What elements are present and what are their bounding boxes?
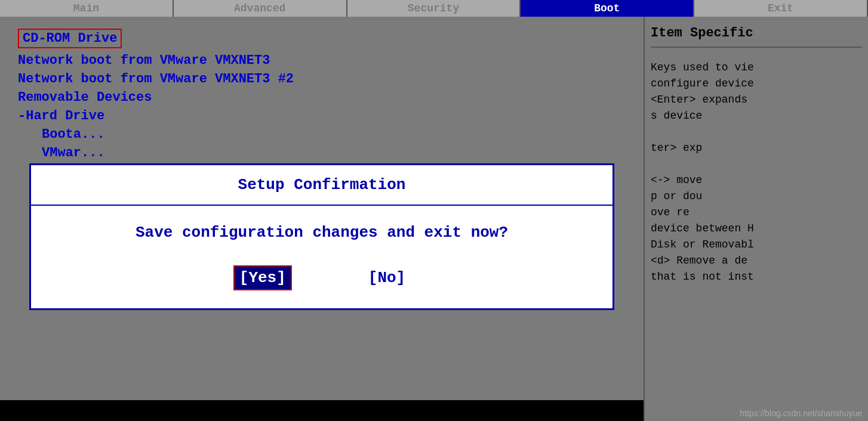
nav-exit-label: Exit bbox=[768, 2, 793, 14]
nav-security-label: Security bbox=[408, 2, 459, 14]
top-nav: Main Advanced Security Boot Exit bbox=[0, 0, 868, 17]
nav-boot-label: Boot bbox=[594, 2, 620, 14]
nav-security[interactable]: Security bbox=[347, 0, 521, 17]
nav-main-label: Main bbox=[73, 2, 99, 14]
modal-title: Setup Confirmation bbox=[31, 165, 612, 206]
nav-main[interactable]: Main bbox=[0, 0, 174, 17]
right-panel: Item Specific Keys used to vie configure… bbox=[644, 17, 868, 421]
modal-overlay: Setup Confirmation Save configuration ch… bbox=[0, 17, 644, 421]
nav-boot[interactable]: Boot bbox=[521, 0, 694, 17]
main-content: CD-ROM Drive Network boot from VMware VM… bbox=[0, 17, 868, 421]
nav-exit[interactable]: Exit bbox=[694, 0, 868, 17]
modal-message: Save configuration changes and exit now? bbox=[31, 206, 612, 259]
yes-button-label: [Yes] bbox=[239, 269, 286, 287]
no-button[interactable]: [No] bbox=[364, 265, 410, 290]
watermark: https://blog.csdn.net/shanshuyue bbox=[740, 408, 862, 418]
nav-advanced[interactable]: Advanced bbox=[174, 0, 347, 17]
right-panel-content: Keys used to vie configure device <Enter… bbox=[651, 60, 862, 285]
no-button-label: [No] bbox=[368, 269, 405, 287]
nav-advanced-label: Advanced bbox=[234, 2, 285, 14]
setup-confirmation-dialog: Setup Confirmation Save configuration ch… bbox=[29, 163, 614, 310]
modal-buttons: [Yes] [No] bbox=[31, 259, 612, 308]
yes-button[interactable]: [Yes] bbox=[233, 265, 292, 290]
right-panel-title: Item Specific bbox=[651, 26, 862, 48]
left-panel: CD-ROM Drive Network boot from VMware VM… bbox=[0, 17, 644, 421]
